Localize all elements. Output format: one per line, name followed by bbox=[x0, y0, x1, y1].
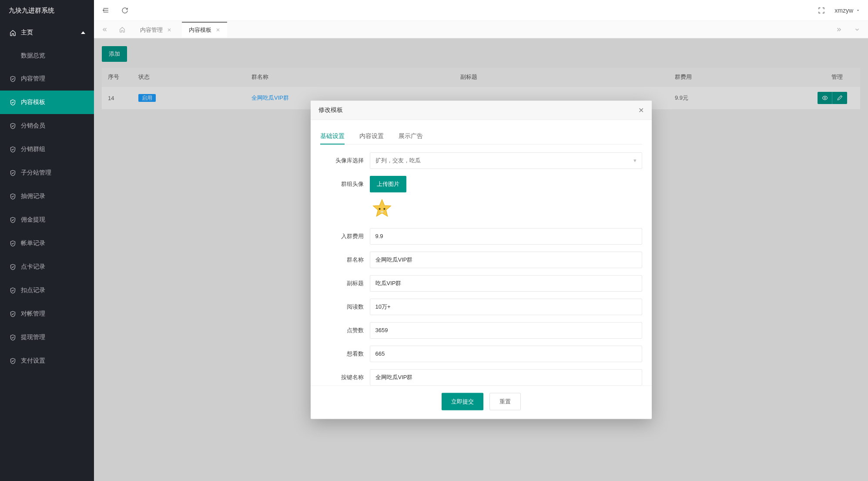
fullscreen-icon[interactable] bbox=[818, 7, 825, 14]
main: xmzyw 内容管理 ✕ 内容模板 ✕ bbox=[94, 0, 868, 481]
shield-check-icon bbox=[9, 146, 17, 153]
shield-check-icon bbox=[9, 99, 17, 106]
svg-point-6 bbox=[380, 210, 383, 212]
sidebar-item-withdraw-manage[interactable]: 提现管理 bbox=[0, 326, 94, 349]
collapse-sidebar-icon[interactable] bbox=[102, 7, 109, 14]
label-avatar-lib: 头像库选择 bbox=[320, 156, 370, 164]
shield-check-icon bbox=[9, 170, 17, 176]
shield-check-icon bbox=[9, 311, 17, 317]
sidebar-item-substation[interactable]: 子分站管理 bbox=[0, 161, 94, 185]
sidebar: 九块九进群系统 主页 数据总览 内容管理 内容模板 分销会员 分销群组 子分站管… bbox=[0, 0, 94, 481]
sidebar-item-content-manage[interactable]: 内容管理 bbox=[0, 67, 94, 91]
chevron-up-icon bbox=[81, 31, 85, 34]
upload-image-button[interactable]: 上传图片 bbox=[370, 175, 406, 192]
chevron-down-icon bbox=[856, 8, 860, 13]
shield-check-icon bbox=[9, 240, 17, 247]
svg-point-5 bbox=[383, 208, 385, 209]
shield-check-icon bbox=[9, 264, 17, 270]
modal-close-icon[interactable]: ✕ bbox=[638, 106, 644, 114]
content-area: 添加 序号 状态 群名称 副标题 群费用 管理 14 启用 bbox=[94, 38, 868, 481]
sidebar-item-content-template[interactable]: 内容模板 bbox=[0, 91, 94, 114]
tab-menu-icon[interactable] bbox=[851, 24, 864, 35]
reads-input[interactable] bbox=[370, 298, 642, 315]
label-button-name: 按键名称 bbox=[320, 373, 370, 381]
sidebar-item-commission-record[interactable]: 抽佣记录 bbox=[0, 185, 94, 208]
shield-check-icon bbox=[9, 358, 17, 364]
modal-tab-basic[interactable]: 基础设置 bbox=[320, 128, 345, 144]
reset-button[interactable]: 重置 bbox=[489, 393, 521, 410]
refresh-icon[interactable] bbox=[121, 7, 128, 14]
tab-prev-icon[interactable] bbox=[98, 24, 111, 35]
modal-title: 修改模板 bbox=[318, 106, 343, 114]
topbar: xmzyw bbox=[94, 0, 868, 21]
edit-template-modal: 修改模板 ✕ 基础设置 内容设置 展示广告 头像库选择 扩列，交友，吃瓜 bbox=[311, 101, 652, 419]
avatar-preview bbox=[370, 196, 394, 221]
close-icon[interactable]: ✕ bbox=[167, 27, 171, 33]
shield-check-icon bbox=[9, 334, 17, 341]
shield-check-icon bbox=[9, 123, 17, 129]
modal-tab-content[interactable]: 内容设置 bbox=[359, 128, 384, 144]
close-icon[interactable]: ✕ bbox=[216, 27, 220, 33]
shield-check-icon bbox=[9, 76, 17, 82]
shield-check-icon bbox=[9, 217, 17, 223]
button-name-input[interactable] bbox=[370, 369, 642, 385]
chevron-down-icon: ▾ bbox=[633, 157, 637, 164]
label-want: 想看数 bbox=[320, 350, 370, 357]
sidebar-item-home[interactable]: 主页 bbox=[0, 21, 94, 44]
avatar-lib-select[interactable]: 扩列，交友，吃瓜 ▾ bbox=[370, 152, 642, 168]
likes-input[interactable] bbox=[370, 322, 642, 338]
subtitle-input[interactable] bbox=[370, 275, 642, 291]
label-group-avatar: 群组头像 bbox=[320, 175, 370, 188]
sidebar-item-commission-withdraw[interactable]: 佣金提现 bbox=[0, 208, 94, 232]
user-menu[interactable]: xmzyw bbox=[834, 7, 860, 14]
want-input[interactable] bbox=[370, 345, 642, 362]
fee-input[interactable] bbox=[370, 228, 642, 244]
sidebar-item-label: 主页 bbox=[21, 29, 33, 37]
tabbar: 内容管理 ✕ 内容模板 ✕ bbox=[94, 21, 868, 38]
sidebar-item-card-record[interactable]: 点卡记录 bbox=[0, 255, 94, 279]
label-fee: 入群费用 bbox=[320, 232, 370, 240]
label-likes: 点赞数 bbox=[320, 326, 370, 334]
tab-content-manage[interactable]: 内容管理 ✕ bbox=[133, 22, 178, 37]
sidebar-item-overview[interactable]: 数据总览 bbox=[0, 44, 94, 67]
user-name: xmzyw bbox=[834, 7, 853, 14]
shield-check-icon bbox=[9, 193, 17, 200]
modal-tab-ad[interactable]: 展示广告 bbox=[399, 128, 423, 144]
svg-point-4 bbox=[379, 208, 380, 209]
star-face-icon bbox=[371, 197, 393, 220]
home-icon bbox=[9, 30, 17, 36]
sidebar-item-distribution-member[interactable]: 分销会员 bbox=[0, 114, 94, 138]
sidebar-item-deduct-record[interactable]: 扣点记录 bbox=[0, 279, 94, 302]
tab-content-template[interactable]: 内容模板 ✕ bbox=[182, 22, 227, 37]
tab-home-icon[interactable] bbox=[115, 24, 130, 35]
label-name: 群名称 bbox=[320, 256, 370, 263]
sidebar-item-bill-record[interactable]: 帐单记录 bbox=[0, 232, 94, 255]
shield-check-icon bbox=[9, 287, 17, 294]
label-subtitle: 副标题 bbox=[320, 279, 370, 287]
sidebar-item-payment-setting[interactable]: 支付设置 bbox=[0, 349, 94, 373]
app-title: 九块九进群系统 bbox=[0, 0, 94, 21]
sidebar-item-distribution-group[interactable]: 分销群组 bbox=[0, 138, 94, 161]
label-reads: 阅读数 bbox=[320, 303, 370, 310]
sidebar-item-reconcile[interactable]: 对帐管理 bbox=[0, 302, 94, 326]
name-input[interactable] bbox=[370, 251, 642, 268]
submit-button[interactable]: 立即提交 bbox=[442, 393, 483, 410]
tab-next-icon[interactable] bbox=[832, 24, 845, 35]
